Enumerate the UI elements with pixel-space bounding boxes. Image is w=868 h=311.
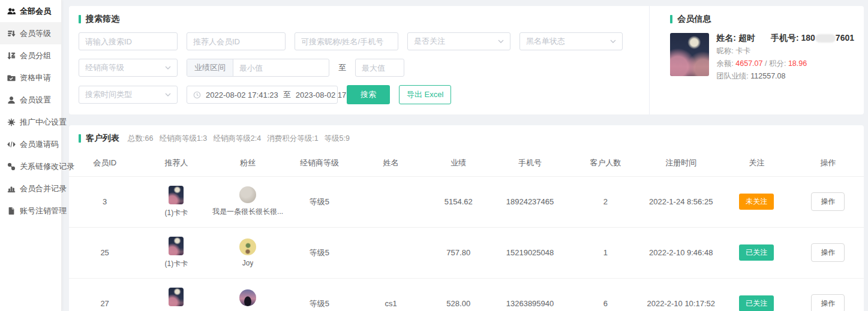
sidebar-item-label: 会员等级: [20, 28, 51, 39]
fan-avatar: [239, 186, 256, 203]
table-row: 25 (1)卡卡 Joy 等级5 757.80 15219025048 1 20…: [69, 227, 864, 278]
date-start: 2022-08-02 17:41:23: [206, 90, 278, 99]
col-referrer: 推荐人: [140, 150, 212, 176]
member-team-perf-line: 团队业绩: 112557.08: [716, 71, 854, 81]
search-id-input[interactable]: [79, 32, 178, 50]
member-balance-line: 余额: 4657.07 / 积分: 18.96: [716, 59, 854, 69]
row-action-button[interactable]: 操作: [811, 243, 845, 262]
blacklist-status-select[interactable]: 黑名单状态: [519, 32, 623, 50]
member-info-section: 会员信息 姓名: 超时 手机号: 1807601 昵称: 卡卡 余额: 4657…: [649, 6, 864, 114]
chevron-down-icon: [165, 66, 171, 70]
sidebar-item-member-settings[interactable]: 会员设置: [0, 89, 61, 111]
cell-phone: 13263895940: [490, 278, 570, 311]
row-action-button[interactable]: 操作: [811, 294, 845, 311]
sort-alpha-icon: [7, 52, 16, 60]
sidebar-item-label: 资格申请: [20, 73, 51, 83]
time-type-select[interactable]: 搜索时间类型: [79, 86, 178, 104]
folder-check-icon: [7, 74, 16, 82]
member-avatar: [670, 33, 709, 76]
sidebar-item-label: 全部会员: [20, 6, 51, 17]
customer-list-stats: 总数:66 经销商等级1:3 经销商等级2:4 消费积分等级:1 等级5:9: [128, 134, 350, 144]
link-icon: [7, 162, 16, 171]
cell-performance: 757.80: [427, 227, 490, 278]
performance-range-label: 业绩区间: [187, 59, 233, 76]
cell-fan: 我是一条很长很长很...: [212, 186, 284, 217]
member-phone-prefix: 180: [801, 33, 815, 43]
follow-status-badge: 已关注: [739, 295, 774, 311]
cell-dealer-level: 等级5: [284, 227, 355, 278]
member-nickname: 卡卡: [735, 47, 750, 55]
customer-table: 会员ID 推荐人 粉丝 经销商等级 姓名 业绩 手机号 客户人数 注册时间 关注…: [69, 150, 864, 311]
follow-status-badge: 已关注: [739, 244, 774, 261]
cell-phone: 18924237465: [490, 176, 570, 227]
cell-register-time: 2022-1-24 8:56:25: [641, 176, 721, 227]
main-content: 搜索筛选 是否关注 黑名单状态: [62, 0, 868, 311]
phone-redacted: [815, 34, 836, 43]
cell-name: cs1: [355, 278, 427, 311]
cell-customer-count: 1: [570, 227, 641, 278]
referrer-avatar: [169, 237, 184, 255]
search-filter-title: 搜索筛选: [79, 14, 639, 25]
cell-performance: 5154.62: [427, 176, 490, 227]
dealer-level-select[interactable]: 经销商等级: [79, 59, 178, 77]
sidebar-item-all-members[interactable]: 全部会员: [0, 0, 61, 22]
sidebar-item-member-group[interactable]: 会员分组: [0, 44, 61, 67]
fan-avatar: [239, 238, 256, 255]
performance-min-input[interactable]: [233, 59, 329, 76]
chevron-down-icon: [498, 40, 504, 43]
cell-dealer-level: 等级5: [284, 176, 355, 227]
stat-dealer-level-1: 经销商等级1:3: [159, 134, 207, 144]
stat-points-level: 消费积分等级:1: [267, 134, 318, 144]
export-excel-button[interactable]: 导出 Excel: [399, 85, 451, 104]
fan-avatar: [239, 289, 256, 306]
referrer-id-input[interactable]: [187, 32, 286, 50]
sidebar-item-label: 会员设置: [20, 95, 51, 105]
cell-name: [355, 227, 427, 278]
range-to-label: 至: [338, 62, 346, 73]
performance-range-group: 业绩区间: [187, 59, 329, 77]
sidebar-item-promotion-settings[interactable]: 推广中心设置: [0, 111, 61, 133]
sidebar-item-relation-log[interactable]: 关系链修改记录: [0, 155, 61, 177]
member-info-title: 会员信息: [670, 14, 854, 25]
performance-max-input[interactable]: [355, 59, 404, 77]
sidebar-item-label: 会员分组: [20, 50, 51, 61]
table-row: 3 (1)卡卡 我是一条很长很长很... 等级5 5154.62 1892423…: [69, 176, 864, 227]
stat-dealer-level-2: 经销商等级2:4: [213, 134, 261, 144]
sidebar-item-merge-log[interactable]: 会员合并记录: [0, 177, 61, 200]
stat-total: 总数:66: [128, 134, 153, 144]
chevron-down-icon: [610, 40, 616, 43]
cell-customer-count: 6: [570, 278, 641, 311]
row-action-button[interactable]: 操作: [811, 192, 845, 211]
follow-status-select[interactable]: 是否关注: [407, 32, 510, 50]
cell-performance: 528.00: [427, 278, 490, 311]
sidebar-item-member-level[interactable]: 会员等级: [0, 22, 61, 44]
member-name: 超时: [738, 33, 755, 43]
sidebar-item-label: 推广中心设置: [20, 117, 67, 128]
sort-amount-icon: [7, 29, 16, 38]
cell-referrer: (1)卡卡: [140, 186, 212, 218]
sidebar-item-label: 关系链修改记录: [20, 161, 74, 172]
member-balance: 4657.07: [735, 59, 762, 68]
search-button[interactable]: 搜索: [347, 85, 390, 104]
user-icon: [7, 96, 16, 104]
cell-fan: Lazy Cat: [212, 289, 284, 311]
cell-referrer: (1)卡卡: [140, 237, 212, 269]
date-range-picker[interactable]: 2022-08-02 17:41:23 至 2023-08-02 17:41:2…: [187, 86, 338, 104]
cell-referrer: (1)卡卡: [140, 288, 212, 311]
sidebar-item-qualification[interactable]: 资格申请: [0, 67, 61, 89]
file-icon: [7, 207, 16, 215]
col-customer-count: 客户人数: [570, 150, 641, 176]
member-points: 18.96: [788, 59, 807, 68]
keyword-input[interactable]: [295, 32, 398, 50]
member-nickname-line: 昵称: 卡卡: [716, 46, 854, 56]
sidebar-item-invite-code[interactable]: 会员邀请码: [0, 133, 61, 155]
col-register-time: 注册时间: [641, 150, 721, 176]
sidebar-item-label: 会员合并记录: [20, 183, 67, 194]
date-to-label: 至: [283, 89, 291, 100]
table-header-row: 会员ID 推荐人 粉丝 经销商等级 姓名 业绩 手机号 客户人数 注册时间 关注…: [69, 150, 864, 176]
col-member-id: 会员ID: [69, 150, 140, 176]
cell-dealer-level: 等级5: [284, 278, 355, 311]
cell-name: [355, 176, 427, 227]
referrer-avatar: [169, 288, 184, 306]
sidebar-item-account-cancel[interactable]: 账号注销管理: [0, 200, 61, 222]
